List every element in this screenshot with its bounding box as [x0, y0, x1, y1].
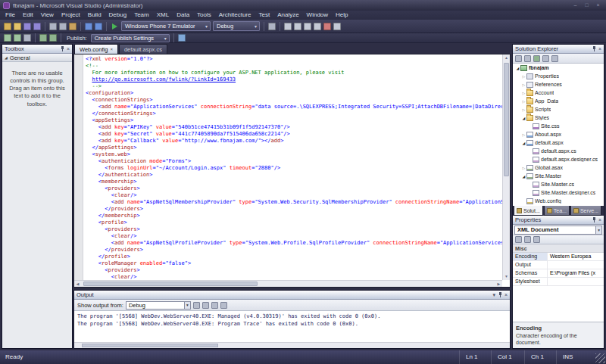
- menu-team[interactable]: Team: [130, 11, 153, 20]
- property-row-encoding[interactable]: EncodingWestern Europea: [513, 253, 604, 261]
- properties-window-icon[interactable]: [294, 23, 301, 30]
- undo-icon[interactable]: [85, 23, 92, 30]
- collapse-icon[interactable]: ◢: [521, 141, 526, 145]
- output-source-combo[interactable]: Debug ▾: [126, 301, 191, 310]
- menu-xml[interactable]: XML: [153, 11, 173, 20]
- scrollbar-thumb[interactable]: [82, 344, 218, 347]
- output-text[interactable]: The program '[5568] WebDev.WebServer40.E…: [74, 311, 510, 342]
- close-tab-icon[interactable]: ×: [110, 47, 113, 51]
- show-all-files-icon[interactable]: [524, 55, 531, 62]
- property-pages-icon[interactable]: [533, 236, 540, 243]
- tab-web-config[interactable]: Web.config ×: [74, 44, 118, 54]
- target-device-combo[interactable]: Windows Phone 7 Emulator ▾: [121, 21, 211, 31]
- scrollbar-thumb[interactable]: [83, 282, 258, 286]
- scroll-left-icon[interactable]: ◀: [74, 281, 81, 287]
- tree-item-properties[interactable]: ▷Properties: [513, 72, 604, 80]
- menu-edit[interactable]: Edit: [19, 11, 37, 20]
- property-value[interactable]: [548, 261, 604, 269]
- pin-icon[interactable]: [60, 45, 65, 52]
- property-value[interactable]: E:\Program Files (x: [548, 269, 604, 277]
- close-icon[interactable]: ×: [67, 45, 70, 53]
- output-horizontal-scrollbar[interactable]: [74, 342, 510, 348]
- panel-tab-serve[interactable]: Serve...: [570, 206, 601, 216]
- publish-profile-combo[interactable]: Create Publish Settings ▾: [91, 34, 170, 42]
- collapse-icon[interactable]: ◢: [5, 55, 8, 60]
- create-schema-icon[interactable]: [4, 34, 11, 42]
- tree-item-fbnajam[interactable]: ◢fbnajam: [513, 64, 604, 72]
- close-button[interactable]: ×: [593, 2, 603, 9]
- toolbox-group-general[interactable]: ◢ General: [2, 54, 72, 62]
- scrollbar-thumb[interactable]: [504, 63, 509, 176]
- find-next-icon[interactable]: [202, 302, 209, 309]
- toggle-word-wrap-icon[interactable]: [220, 302, 227, 309]
- scroll-down-icon[interactable]: ▼: [503, 273, 510, 280]
- maximize-button[interactable]: □: [582, 2, 592, 9]
- expand-icon[interactable]: ▷: [521, 74, 526, 79]
- solution-tree[interactable]: ◢fbnajam▷Properties▷References▷Account▷A…: [513, 64, 604, 206]
- tab-default-aspx-cs[interactable]: default.aspx.cs: [119, 44, 167, 54]
- menu-architecture[interactable]: Architecture: [215, 11, 255, 20]
- cut-icon[interactable]: [49, 23, 57, 30]
- object-browser-icon[interactable]: [304, 23, 311, 30]
- close-icon[interactable]: ×: [598, 216, 601, 224]
- paste-icon[interactable]: [69, 23, 77, 30]
- selected-object-combo[interactable]: XML Document ▾: [514, 226, 602, 235]
- immediate-window-icon[interactable]: [333, 23, 341, 30]
- tree-item-app-data[interactable]: ▷App_Data: [513, 97, 604, 105]
- expand-icon[interactable]: ▷: [521, 132, 526, 137]
- panel-tab-tea[interactable]: Tea...: [544, 206, 570, 216]
- web-platform-installer-icon[interactable]: [178, 34, 186, 42]
- property-row-stylesheet[interactable]: Stylesheet: [513, 278, 604, 286]
- code-editor[interactable]: <?xml version="1.0"?><!-- For more infor…: [73, 54, 511, 288]
- expand-icon[interactable]: ▷: [521, 166, 526, 170]
- property-row-output[interactable]: Output: [513, 261, 604, 269]
- tree-item-account[interactable]: ▷Account: [513, 89, 604, 97]
- uncomment-icon[interactable]: [49, 34, 57, 42]
- tree-item-site-master[interactable]: ◢Site.Master: [513, 172, 604, 180]
- collapse-icon[interactable]: ◢: [515, 66, 520, 70]
- toolbox-icon[interactable]: [314, 23, 321, 30]
- pin-icon[interactable]: [592, 216, 597, 223]
- expand-icon[interactable]: ▷: [521, 91, 526, 95]
- tree-item-styles[interactable]: ◢Styles: [513, 114, 604, 122]
- tree-item-site-css[interactable]: Site.css: [513, 122, 604, 130]
- menu-build[interactable]: Build: [84, 11, 105, 20]
- format-document-icon[interactable]: [23, 34, 31, 42]
- open-file-icon[interactable]: [14, 23, 21, 30]
- scroll-up-icon[interactable]: ▲: [503, 54, 510, 61]
- panel-tab-solut[interactable]: Solut...: [514, 206, 543, 216]
- menu-view[interactable]: View: [37, 11, 58, 20]
- window-menu-icon[interactable]: ▾: [492, 291, 495, 299]
- tree-item-site-master-cs[interactable]: Site.Master.cs: [513, 180, 604, 188]
- tree-item-global-asax[interactable]: ▷Global.asax: [513, 163, 604, 172]
- menu-window[interactable]: Window: [303, 11, 332, 20]
- collapse-icon[interactable]: ◢: [521, 174, 526, 179]
- menu-analyze[interactable]: Analyze: [273, 11, 302, 20]
- solution-configuration-combo[interactable]: Debug ▾: [213, 21, 260, 31]
- pin-icon[interactable]: [498, 291, 503, 298]
- clear-all-icon[interactable]: [211, 302, 218, 309]
- tree-item-site-master-designer-cs[interactable]: Site.Master.designer.cs: [513, 188, 604, 197]
- close-icon[interactable]: ×: [504, 291, 508, 299]
- horizontal-scrollbar[interactable]: ◀ ▶: [74, 280, 502, 287]
- categorized-icon[interactable]: [515, 236, 522, 243]
- find-message-icon[interactable]: [193, 302, 200, 309]
- property-value[interactable]: Western Europea: [548, 253, 604, 260]
- menu-help[interactable]: Help: [332, 11, 351, 20]
- tree-item-web-config[interactable]: Web.config: [513, 197, 604, 205]
- expand-icon[interactable]: ▷: [521, 82, 526, 87]
- property-row-schemas[interactable]: SchemasE:\Program Files (x: [513, 269, 604, 278]
- code-text[interactable]: <?xml version="1.0"?><!-- For more infor…: [86, 56, 502, 280]
- minimize-button[interactable]: –: [570, 2, 580, 9]
- alphabetical-icon[interactable]: [524, 236, 531, 243]
- validate-document-icon[interactable]: [14, 34, 21, 42]
- properties-icon[interactable]: [515, 55, 522, 62]
- tree-item-default-aspx-designer-cs[interactable]: default.aspx.designer.cs: [513, 155, 604, 163]
- menu-file[interactable]: File: [2, 11, 19, 20]
- error-list-icon[interactable]: [323, 23, 331, 30]
- save-all-icon[interactable]: [33, 23, 41, 30]
- menu-debug[interactable]: Debug: [105, 11, 131, 20]
- tree-item-references[interactable]: ▷References: [513, 80, 604, 89]
- refresh-icon[interactable]: [533, 55, 540, 62]
- redo-icon[interactable]: [95, 23, 102, 30]
